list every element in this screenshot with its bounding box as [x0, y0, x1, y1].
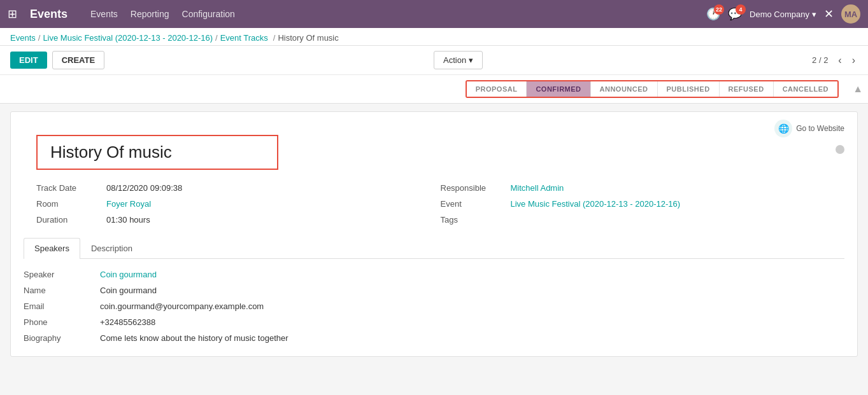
breadcrumb-festival[interactable]: Live Music Festival (2020-12-13 - 2020-1… — [43, 33, 213, 43]
stage-announced[interactable]: ANNOUNCED — [591, 81, 658, 97]
speaker-section: Speaker Coin gourmand Name Coin gourmand… — [24, 259, 844, 346]
speaker-value-biography: Come lets know about the history of musi… — [100, 333, 288, 343]
field-label-responsible: Responsible — [441, 183, 511, 193]
field-value-duration: 01:30 hours — [106, 215, 150, 225]
record-card: 🌐 Go to Website History Of music Track D… — [10, 111, 858, 357]
notifications-badge: 22 — [714, 4, 724, 15]
speaker-field-email: Email coin.gourmand@yourcompany.example.… — [24, 298, 844, 314]
record-title: History Of music — [50, 142, 172, 162]
field-event: Event Live Music Festival (2020-12-13 - … — [441, 196, 845, 212]
company-name: Demo Company — [750, 10, 809, 19]
speaker-field-name: Name Coin gourmand — [24, 282, 844, 298]
status-dot — [836, 145, 844, 154]
stage-scroll-button[interactable]: ▲ — [853, 83, 863, 95]
record-title-box[interactable]: History Of music — [36, 135, 278, 170]
messages-icon-wrap[interactable]: 💬 4 — [728, 7, 742, 21]
speaker-label-name: Name — [24, 286, 100, 295]
speaker-label-speaker: Speaker — [24, 270, 100, 279]
speaker-field-biography: Biography Come lets know about the histo… — [24, 330, 844, 346]
breadcrumb-sep-3: / — [273, 33, 276, 43]
stage-pipeline: PROPOSAL CONFIRMED ANNOUNCED PUBLISHED R… — [466, 80, 839, 98]
fields-left: Track Date 08/12/2020 09:09:38 Room Foye… — [36, 180, 441, 228]
breadcrumb-bar: Events / Live Music Festival (2020-12-13… — [0, 28, 868, 46]
grid-icon[interactable]: ⊞ — [8, 7, 17, 21]
nav-reporting[interactable]: Reporting — [131, 9, 169, 19]
speaker-value-phone: +32485562388 — [100, 317, 155, 327]
field-tags: Tags — [441, 212, 845, 228]
speaker-label-biography: Biography — [24, 333, 100, 343]
breadcrumb-sep-1: / — [38, 33, 41, 43]
nav-events[interactable]: Events — [90, 9, 118, 19]
field-value-room[interactable]: Foyer Royal — [106, 199, 151, 209]
stage-refused[interactable]: REFUSED — [720, 81, 774, 97]
fields-right: Responsible Mitchell Admin Event Live Mu… — [441, 180, 845, 228]
nav-configuration[interactable]: Configuration — [182, 9, 235, 19]
speaker-label-email: Email — [24, 301, 100, 311]
breadcrumb-event-tracks[interactable]: Event Tracks — [220, 33, 268, 43]
notifications-icon-wrap[interactable]: 🕐 22 — [706, 7, 720, 21]
speaker-value-name: Coin gourmand — [100, 286, 157, 295]
speaker-field-speaker: Speaker Coin gourmand — [24, 267, 844, 282]
field-label-tags: Tags — [441, 215, 511, 225]
fields-grid: Track Date 08/12/2020 09:09:38 Room Foye… — [36, 180, 844, 228]
messages-badge: 4 — [736, 4, 746, 15]
field-value-track-date: 08/12/2020 09:09:38 — [106, 183, 182, 193]
field-label-duration: Duration — [36, 215, 106, 225]
chevron-down-icon: ▾ — [812, 10, 816, 19]
stage-proposal[interactable]: PROPOSAL — [467, 81, 527, 97]
stage-published[interactable]: PUBLISHED — [658, 81, 720, 97]
status-bar: PROPOSAL CONFIRMED ANNOUNCED PUBLISHED R… — [0, 75, 868, 104]
field-track-date: Track Date 08/12/2020 09:09:38 — [36, 180, 441, 196]
field-label-track-date: Track Date — [36, 183, 106, 193]
pagination-info: 2 / 2 — [812, 55, 828, 65]
field-value-event[interactable]: Live Music Festival (2020-12-13 - 2020-1… — [511, 199, 681, 209]
field-responsible: Responsible Mitchell Admin — [441, 180, 845, 196]
avatar[interactable]: MA — [841, 4, 860, 24]
globe-icon: 🌐 — [774, 120, 792, 137]
stage-confirmed[interactable]: CONFIRMED — [527, 81, 590, 97]
toolbar: EDIT CREATE Action ▾ 2 / 2 ‹ › — [0, 46, 868, 75]
nav-links: Events Reporting Configuration — [90, 9, 235, 19]
content-area: 🌐 Go to Website History Of music Track D… — [0, 104, 868, 364]
tab-speakers[interactable]: Speakers — [24, 238, 80, 259]
create-button[interactable]: CREATE — [52, 51, 104, 69]
speaker-value-email: coin.gourmand@yourcompany.example.com — [100, 301, 264, 311]
navbar-right: 🕐 22 💬 4 Demo Company ▾ ✕ MA — [706, 4, 860, 24]
field-label-room: Room — [36, 199, 106, 209]
breadcrumb-sep-2: / — [215, 33, 218, 43]
field-label-event: Event — [441, 199, 511, 209]
tab-description[interactable]: Description — [80, 238, 143, 258]
company-switcher[interactable]: Demo Company ▾ — [750, 10, 816, 19]
field-room: Room Foyer Royal — [36, 196, 441, 212]
speaker-label-phone: Phone — [24, 317, 100, 327]
go-to-website-label: Go to Website — [796, 124, 844, 133]
action-chevron-icon: ▾ — [469, 55, 473, 65]
edit-button[interactable]: EDIT — [10, 52, 47, 69]
field-value-responsible[interactable]: Mitchell Admin — [511, 183, 564, 193]
next-page-button[interactable]: › — [850, 53, 858, 67]
prev-page-button[interactable]: ‹ — [836, 53, 844, 67]
breadcrumb: Events / Live Music Festival (2020-12-13… — [10, 33, 858, 43]
breadcrumb-events[interactable]: Events — [10, 33, 36, 43]
app-title: Events — [30, 8, 68, 21]
action-button[interactable]: Action ▾ — [434, 51, 483, 69]
go-to-website-button[interactable]: 🌐 Go to Website — [774, 120, 844, 137]
field-duration: Duration 01:30 hours — [36, 212, 441, 228]
stage-cancelled[interactable]: CANCELLED — [774, 81, 837, 97]
speaker-field-phone: Phone +32485562388 — [24, 314, 844, 330]
close-icon[interactable]: ✕ — [824, 7, 834, 21]
breadcrumb-current: History Of music — [278, 33, 338, 43]
avatar-initials: MA — [844, 10, 857, 19]
tabs-bar: Speakers Description — [24, 238, 844, 259]
speaker-value-speaker[interactable]: Coin gourmand — [100, 270, 157, 279]
action-label: Action — [443, 55, 466, 65]
navbar: ⊞ Events Events Reporting Configuration … — [0, 0, 868, 28]
